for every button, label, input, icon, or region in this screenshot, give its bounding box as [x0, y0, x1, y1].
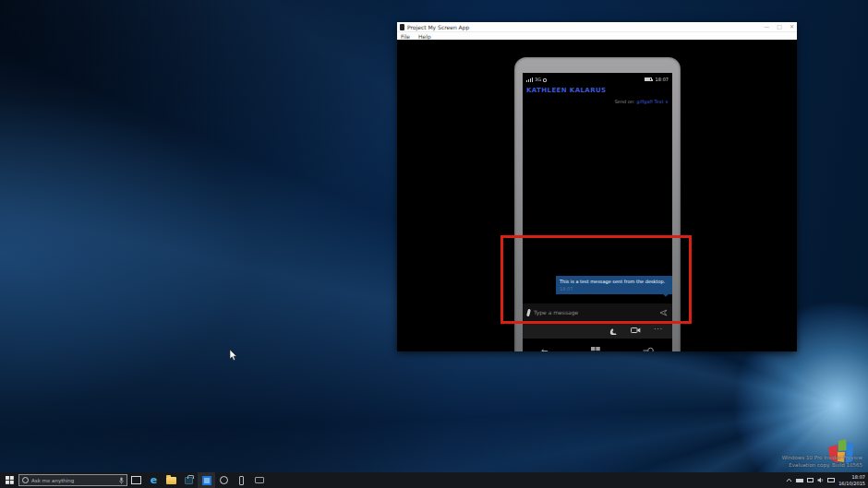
app-window-icon	[255, 477, 264, 483]
task-view-icon	[131, 476, 141, 484]
tray-battery-button[interactable]	[796, 479, 803, 482]
contact-name: KATHLEEN KALARUS	[526, 87, 607, 94]
store-icon	[185, 477, 193, 484]
task-view-button[interactable]	[127, 472, 145, 488]
phone-companion-icon	[239, 476, 244, 485]
video-call-icon[interactable]	[631, 327, 641, 334]
tray-keyboard-button[interactable]	[827, 478, 835, 482]
network-type-label: 3G	[535, 77, 541, 82]
mouse-cursor	[229, 350, 237, 362]
send-on-selector[interactable]: Send on: giffgaff Text ∨	[615, 99, 669, 104]
taskbar-item-file-explorer[interactable]	[163, 472, 180, 488]
window-menubar: File Help	[397, 31, 797, 40]
taskbar-item-circular-app[interactable]	[215, 472, 233, 488]
taskbar-item-phone-companion[interactable]	[233, 472, 250, 488]
taskbar-clock[interactable]: 18:07 16/10/2015	[838, 474, 865, 486]
call-icon[interactable]	[609, 327, 618, 335]
watermark-line2: Evaluation copy. Build 10565	[782, 462, 862, 469]
blue-app-icon	[202, 476, 211, 485]
signal-bars-icon	[526, 77, 533, 82]
search-icon[interactable]	[643, 347, 654, 351]
menu-help[interactable]: Help	[418, 33, 431, 40]
keyboard-icon	[827, 478, 835, 482]
message-app-bar: ···	[523, 322, 672, 339]
file-explorer-icon	[166, 477, 176, 484]
battery-icon	[645, 77, 652, 81]
annotation-rectangle	[500, 235, 692, 324]
volume-icon	[817, 477, 824, 483]
app-icon	[400, 24, 404, 30]
back-icon[interactable]: ←	[541, 347, 549, 352]
sim-icon	[543, 78, 547, 82]
edge-icon: e	[151, 475, 157, 485]
status-left: 3G	[526, 77, 547, 82]
system-tray: 18:07 16/10/2015	[786, 474, 868, 486]
cortana-search-box[interactable]	[18, 474, 127, 486]
watermark: Windows 10 Pro Insider Preview Evaluatio…	[782, 455, 862, 469]
close-button[interactable]: ✕	[790, 24, 794, 30]
phone-nav-bar: ←	[523, 342, 672, 351]
start-button[interactable]	[0, 472, 18, 488]
taskbar-item-edge[interactable]: e	[145, 472, 163, 488]
microphone-icon[interactable]	[119, 477, 124, 484]
clock-date: 16/10/2015	[838, 481, 865, 486]
window-titlebar[interactable]: Project My Screen App — □ ✕	[397, 22, 797, 31]
taskbar: e 18:07 16/10/2015	[0, 472, 868, 488]
tray-volume-button[interactable]	[817, 477, 824, 483]
maximize-button[interactable]: □	[777, 24, 782, 30]
windows-start-icon[interactable]	[591, 347, 600, 352]
cortana-icon	[22, 477, 29, 483]
desktop[interactable]: Project My Screen App — □ ✕ File Help	[0, 0, 868, 488]
tray-battery-icon	[796, 479, 803, 482]
taskbar-item-blue-app[interactable]	[198, 472, 215, 488]
window-title: Project My Screen App	[407, 24, 756, 30]
chevron-up-icon	[786, 478, 792, 482]
start-windows-icon	[6, 476, 14, 484]
menu-file[interactable]: File	[401, 33, 410, 40]
minimize-button[interactable]: —	[764, 24, 769, 30]
phone-status-bar: 3G 18:07	[526, 76, 669, 83]
taskbar-item-app-window[interactable]	[250, 472, 268, 488]
network-icon	[807, 478, 814, 482]
status-time: 18:07	[656, 77, 669, 82]
chevron-down-icon: ∨	[665, 99, 669, 104]
taskbar-item-store[interactable]	[180, 472, 198, 488]
tray-chevron-button[interactable]	[786, 478, 792, 482]
status-right: 18:07	[645, 77, 669, 82]
search-input[interactable]	[31, 478, 116, 483]
circular-app-icon	[220, 476, 228, 484]
watermark-line1: Windows 10 Pro Insider Preview	[782, 455, 862, 461]
tray-network-button[interactable]	[807, 478, 814, 482]
